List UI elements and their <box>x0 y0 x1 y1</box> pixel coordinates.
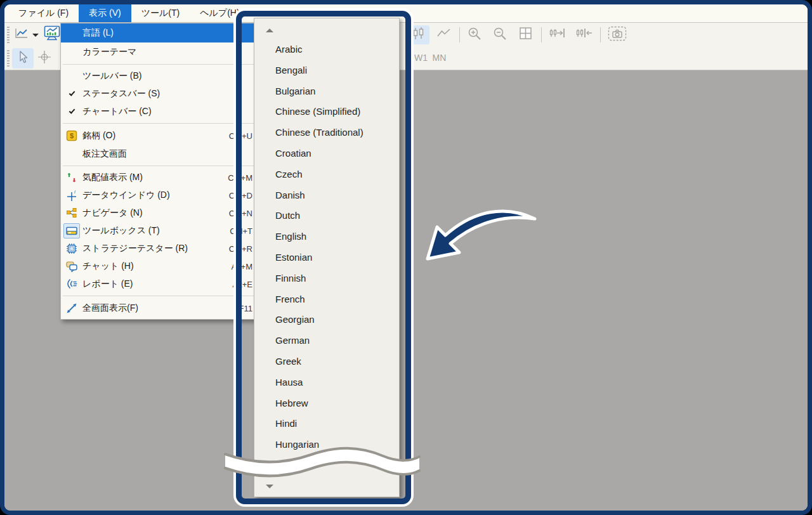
timeframe-mn-button[interactable]: MN <box>430 49 449 66</box>
menu-item-label: 全画面表示(F) <box>82 303 239 314</box>
language-item[interactable]: Chinese (Simplified) <box>254 101 398 122</box>
language-item[interactable]: Georgian <box>254 310 398 330</box>
language-item[interactable]: Greek <box>254 351 398 372</box>
fullscreen-icon <box>61 303 82 314</box>
menu-shortcut: F11 <box>239 304 252 313</box>
menu-shortcut: Ctrl+N <box>229 209 252 218</box>
menu-item-language[interactable]: 言語 (L) <box>61 23 258 42</box>
chat-icon <box>61 261 82 272</box>
language-item[interactable]: Czech <box>254 164 398 185</box>
menubar: ファイル (F) 表示 (V) ツール(T) ヘルプ(H) <box>4 4 808 22</box>
menu-help[interactable]: ヘルプ(H) <box>190 4 249 22</box>
language-item[interactable]: Arabic <box>254 39 398 60</box>
language-item[interactable]: Bulgarian <box>254 81 398 102</box>
zoom-out-icon <box>492 26 509 44</box>
zoom-in-icon <box>467 26 483 44</box>
menu-item-reports[interactable]: レポート (E) Alt+E <box>61 275 258 293</box>
language-item[interactable]: Bengali <box>254 60 398 81</box>
menu-item-dom[interactable]: 板注文画面 <box>61 145 258 163</box>
timeframe-w1-button[interactable]: W1 <box>412 49 430 66</box>
menu-separator <box>63 123 256 124</box>
menu-item-label: レポート (E) <box>82 278 233 290</box>
language-item[interactable]: Croatian <box>254 143 398 164</box>
menu-item-label: 気配値表示 (M) <box>82 172 228 183</box>
menu-item-toolbars[interactable]: ツールバー (B) <box>61 67 258 85</box>
zoom-out-button[interactable] <box>490 25 511 44</box>
menu-item-color-theme[interactable]: カラーテーマ <box>61 42 258 62</box>
dollar-icon: $ <box>61 130 82 141</box>
menu-item-label: ナビゲータ (N) <box>82 207 229 219</box>
scroll-down-arrow-icon[interactable] <box>266 485 273 488</box>
zoom-in-button[interactable] <box>464 25 486 44</box>
crosshair-icon <box>37 49 52 67</box>
chart-type-button[interactable] <box>12 25 31 44</box>
shift-chart-left-button[interactable] <box>573 25 596 44</box>
menu-item-label: ツールボックス (T) <box>82 225 230 237</box>
menu-item-label: 板注文画面 <box>82 148 252 160</box>
navigator-icon <box>61 207 82 219</box>
menu-item-symbols[interactable]: $ 銘柄 (O) Ctrl+U <box>61 126 258 145</box>
menu-item-navigator[interactable]: ナビゲータ (N) Ctrl+N <box>61 204 258 222</box>
menu-item-label: チャット (H) <box>82 261 231 272</box>
svg-text:$: $ <box>70 132 74 140</box>
scroll-up-arrow-icon[interactable] <box>266 29 273 32</box>
menu-item-market-watch[interactable]: 気配値表示 (M) Ctrl+M <box>61 169 258 186</box>
menu-item-label: 言語 (L) <box>82 27 252 39</box>
menu-item-label: データウインドウ (D) <box>82 190 229 201</box>
view-menu-dropdown: 言語 (L) カラーテーマ ツールバー (B) ステータスバー (S) チャート… <box>60 23 258 320</box>
report-icon <box>61 278 82 290</box>
menu-item-status-bar[interactable]: ステータスバー (S) <box>61 85 258 103</box>
language-item[interactable]: Hebrew <box>254 393 398 414</box>
menu-item-label: ツールバー (B) <box>82 70 252 82</box>
tile-windows-button[interactable] <box>515 25 537 44</box>
camera-icon <box>608 26 627 44</box>
language-item[interactable]: English <box>254 226 398 247</box>
chip-icon <box>61 243 82 254</box>
menu-shortcut: Alt+E <box>233 280 252 289</box>
shift-chart-right-button[interactable] <box>546 25 569 44</box>
toolbar-separator <box>459 27 460 42</box>
menu-shortcut: Ctrl+U <box>229 131 252 141</box>
language-item[interactable]: Dutch <box>254 205 398 226</box>
menu-file[interactable]: ファイル (F) <box>8 4 79 22</box>
language-item[interactable]: Hausa <box>254 372 398 393</box>
checkmark-icon <box>69 107 75 114</box>
data-window-icon: i <box>61 190 82 201</box>
menu-item-chart-bar[interactable]: チャートバー (C) <box>61 103 258 121</box>
menu-shortcut: Alt+M <box>231 262 252 271</box>
menu-shortcut: Ctrl+T <box>230 226 252 236</box>
chevron-down-icon[interactable] <box>32 34 39 37</box>
menu-tools[interactable]: ツール(T) <box>131 4 190 22</box>
menu-view[interactable]: 表示 (V) <box>79 4 131 22</box>
language-item[interactable]: Finnish <box>254 268 398 289</box>
menu-item-label: チャートバー (C) <box>82 106 252 117</box>
menu-item-strategy-tester[interactable]: ストラテジーテスター (R) Ctrl+R <box>61 240 258 258</box>
menu-item-toolbox[interactable]: ツールボックス (T) Ctrl+T <box>61 222 258 240</box>
language-item[interactable]: Hungarian <box>254 434 398 455</box>
line-mode-button[interactable] <box>433 25 455 44</box>
menu-item-label: ステータスバー (S) <box>82 88 252 100</box>
toolbar-separator <box>600 27 601 42</box>
menu-item-chat[interactable]: チャット (H) Alt+M <box>61 258 258 275</box>
toolbar-grip[interactable] <box>7 50 10 67</box>
menu-item-fullscreen[interactable]: 全画面表示(F) F11 <box>61 299 258 318</box>
toolbar-grip[interactable] <box>7 27 10 43</box>
crosshair-button[interactable] <box>34 48 55 68</box>
new-chart-button[interactable] <box>43 25 62 44</box>
menu-separator <box>63 166 256 166</box>
language-item[interactable]: Estonian <box>254 247 398 268</box>
shift-left-icon <box>575 27 593 43</box>
menu-separator <box>63 64 256 65</box>
language-item[interactable]: Chinese (Traditional) <box>254 122 398 143</box>
cursor-button[interactable] <box>12 48 34 68</box>
app-window: ファイル (F) 表示 (V) ツール(T) ヘルプ(H) <box>0 0 812 515</box>
language-item[interactable]: German <box>254 330 398 351</box>
line-chart-icon <box>14 27 29 42</box>
language-item[interactable]: French <box>254 289 398 310</box>
candlestick-chart-button[interactable] <box>408 25 429 44</box>
menu-item-data-window[interactable]: i データウインドウ (D) Ctrl+D <box>61 186 258 204</box>
menu-item-label: カラーテーマ <box>82 46 252 58</box>
screenshot-button[interactable] <box>605 25 629 44</box>
language-item[interactable]: Danish <box>254 185 398 206</box>
language-item[interactable]: Hindi <box>254 414 398 434</box>
